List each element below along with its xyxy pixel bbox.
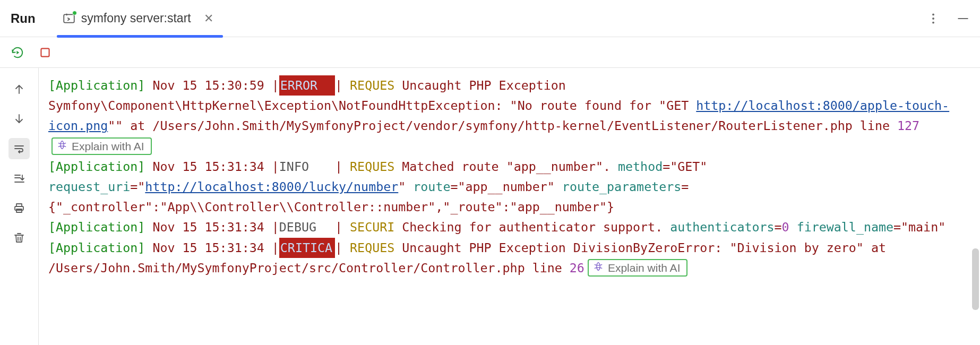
svg-point-3 xyxy=(932,21,934,23)
rerun-button[interactable] xyxy=(8,44,27,62)
log-channel: SECURI xyxy=(350,220,394,234)
svg-point-2 xyxy=(932,18,934,20)
log-level-badge: CRITICA xyxy=(279,238,335,258)
log-kv-value: "app__number" xyxy=(458,179,554,194)
explain-with-ai-label: Explain with AI xyxy=(608,261,681,275)
explain-with-ai-button[interactable]: Explain with AI xyxy=(51,137,152,155)
running-indicator-icon xyxy=(72,11,77,15)
scroll-to-bottom-button[interactable] xyxy=(8,108,30,130)
panel-title: Run xyxy=(11,11,36,26)
vertical-scrollbar[interactable] xyxy=(972,248,979,310)
log-level: INFO xyxy=(279,157,335,177)
log-line-number: 127 xyxy=(897,118,919,133)
terminal-run-icon xyxy=(62,12,76,25)
explain-with-ai-button[interactable]: Explain with AI xyxy=(588,259,688,277)
run-toolbar xyxy=(0,37,980,68)
log-kv-key: request_uri xyxy=(48,179,130,194)
log-kv-key: route_parameters xyxy=(562,179,681,194)
ai-spiral-icon xyxy=(57,139,67,153)
log-entry: [Application] Nov 15 15:30:59 |ERROR| RE… xyxy=(48,75,959,157)
log-message: "" at /Users/John.Smith/MySymfonyProject… xyxy=(108,118,897,133)
log-line-number: 26 xyxy=(570,261,584,275)
run-panel-header: Run symfony server:start ✕ xyxy=(0,0,980,37)
log-tag: [Application] xyxy=(48,220,145,234)
log-tag: [Application] xyxy=(48,78,145,92)
log-channel: REQUES xyxy=(350,240,394,255)
log-level-badge: ERROR xyxy=(279,75,335,96)
hide-panel-icon[interactable] xyxy=(956,11,970,26)
log-kv-eq: = xyxy=(775,220,782,234)
log-tag: [Application] xyxy=(48,159,145,174)
log-timestamp: Nov 15 15:31:34 xyxy=(152,220,264,234)
more-options-icon[interactable] xyxy=(926,11,941,26)
svg-rect-11 xyxy=(16,209,22,212)
run-tab[interactable]: symfony server:start ✕ xyxy=(57,0,223,37)
ai-spiral-icon xyxy=(593,261,604,275)
log-kv-value: {"_controller":"App\\Controller\\Control… xyxy=(48,200,614,214)
log-channel: REQUES xyxy=(350,78,394,92)
svg-rect-5 xyxy=(41,48,49,56)
soft-wrap-button[interactable] xyxy=(8,138,30,159)
log-message: Matched route "app__number". xyxy=(402,159,618,174)
log-timestamp: Nov 15 15:31:34 xyxy=(152,240,264,255)
active-tab-underline xyxy=(57,35,223,38)
svg-point-1 xyxy=(932,13,934,15)
log-kv-value: "GET" xyxy=(670,159,707,174)
run-tab-label: symfony server:start xyxy=(81,11,191,25)
scroll-to-end-button[interactable] xyxy=(8,168,30,189)
log-kv-eq: = xyxy=(893,220,901,234)
log-kv-key: authenticators xyxy=(670,220,774,234)
log-kv-eq: = xyxy=(450,179,458,194)
log-tag: [Application] xyxy=(48,240,145,255)
panel-header-actions xyxy=(926,11,970,26)
clear-all-button[interactable] xyxy=(8,227,30,248)
log-entry: [Application] Nov 15 15:31:34 |DEBUG| SE… xyxy=(48,217,959,237)
log-level: DEBUG xyxy=(279,217,335,237)
explain-with-ai-label: Explain with AI xyxy=(72,139,144,153)
scroll-to-top-button[interactable] xyxy=(8,79,30,100)
log-message: Checking for authenticator support. xyxy=(402,220,670,234)
log-kv-value: "main" xyxy=(901,220,945,234)
console-sidebar xyxy=(0,68,38,345)
log-kv-eq: = xyxy=(663,159,670,174)
log-timestamp: Nov 15 15:31:34 xyxy=(152,159,264,174)
log-kv-key: method xyxy=(618,159,663,174)
log-kv-key: route xyxy=(413,179,450,194)
log-kv-eq: = xyxy=(130,179,137,194)
log-kv-value: 0 xyxy=(782,220,789,234)
console-output[interactable]: [Application] Nov 15 15:30:59 |ERROR| RE… xyxy=(38,68,980,345)
log-kv-key: firewall_name xyxy=(797,220,893,234)
log-kv-eq: = xyxy=(681,179,689,194)
log-timestamp: Nov 15 15:30:59 xyxy=(152,78,264,92)
run-panel-body: [Application] Nov 15 15:30:59 |ERROR| RE… xyxy=(0,68,980,345)
log-entry: [Application] Nov 15 15:31:34 |INFO| REQ… xyxy=(48,157,959,218)
stop-button[interactable] xyxy=(36,44,54,62)
close-tab-button[interactable]: ✕ xyxy=(204,13,213,24)
log-channel: REQUES xyxy=(350,159,394,174)
log-entry: [Application] Nov 15 15:31:34 |CRITICA| … xyxy=(48,238,959,278)
print-button[interactable] xyxy=(8,197,30,219)
log-link[interactable]: http://localhost:8000/lucky/number xyxy=(145,179,398,194)
